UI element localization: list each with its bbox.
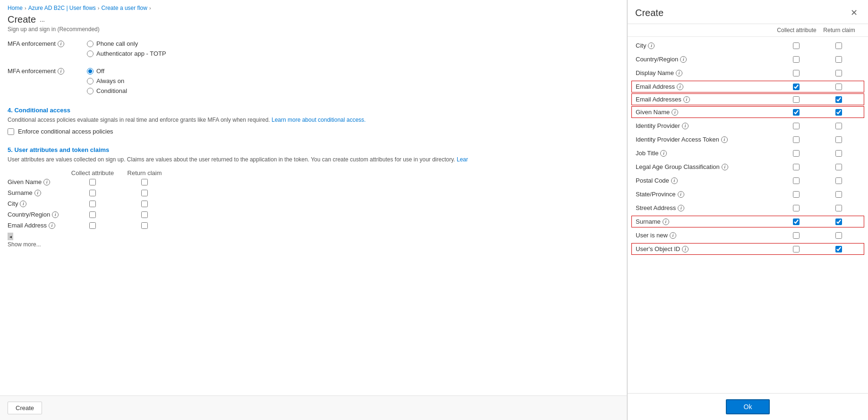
mfa-enforcement-info-icon[interactable]: i (58, 68, 64, 75)
radio-always-on: Always on (87, 77, 127, 84)
right-job-title-collect[interactable] (793, 150, 800, 157)
attr-email-label: Email Address i (8, 222, 64, 229)
right-identity-provider-info[interactable]: i (682, 123, 689, 129)
email-collect[interactable] (89, 222, 96, 229)
email-return[interactable] (141, 222, 148, 229)
mfa-info-icon[interactable]: i (58, 41, 64, 47)
conditional-access-link[interactable]: Learn more about conditional access. (272, 117, 366, 123)
right-state-collect[interactable] (793, 191, 800, 198)
radio-always-on-input[interactable] (87, 78, 94, 84)
attr-row-city: City i (8, 200, 619, 207)
bottom-bar: Create (0, 395, 627, 420)
right-legal-age-collect[interactable] (793, 164, 800, 170)
breadcrumb-create-user-flow[interactable]: Create a user flow (102, 5, 147, 11)
conditional-access-checkbox[interactable] (8, 128, 14, 135)
right-street-address-collect[interactable] (793, 205, 800, 211)
radio-conditional-input[interactable] (87, 88, 94, 94)
ok-button[interactable]: Ok (726, 399, 770, 414)
right-email-address-info[interactable]: i (677, 84, 683, 90)
right-city-collect[interactable] (793, 42, 800, 49)
radio-phone-call: Phone call only (87, 40, 166, 47)
right-postal-code-collect[interactable] (793, 177, 800, 184)
radio-authenticator: Authenticator app - TOTP (87, 50, 166, 57)
country-collect[interactable] (89, 211, 96, 218)
right-user-is-new-return[interactable] (835, 232, 842, 239)
radio-off-input[interactable] (87, 68, 94, 75)
right-idp-access-token-info[interactable]: i (721, 136, 728, 143)
right-user-object-id-info[interactable]: i (682, 246, 689, 252)
right-email-addresses-collect[interactable] (793, 96, 800, 103)
right-postal-code-return[interactable] (835, 177, 842, 184)
right-city-return[interactable] (835, 42, 842, 49)
country-return[interactable] (141, 211, 148, 218)
right-user-is-new-info[interactable]: i (670, 232, 676, 239)
right-surname-info[interactable]: i (663, 218, 669, 225)
right-display-name-label: Display Name i (636, 69, 775, 76)
right-legal-age-return[interactable] (835, 164, 842, 170)
breadcrumb-user-flows[interactable]: Azure AD B2C | User flows (28, 5, 96, 11)
right-display-name-return[interactable] (835, 70, 842, 76)
right-email-addresses-return[interactable] (835, 96, 842, 103)
conditional-access-checkbox-row: Enforce conditional access policies (8, 128, 619, 135)
attr-row-email: Email Address i (8, 222, 619, 229)
breadcrumb-home[interactable]: Home (8, 5, 23, 11)
right-row-city: City i (628, 39, 868, 52)
right-content: City i Country/Region i Display Name i (628, 37, 868, 393)
close-button[interactable]: ✕ (848, 7, 860, 19)
surname-collect[interactable] (89, 190, 96, 196)
attr-city-info[interactable]: i (20, 201, 26, 207)
right-user-object-id-collect[interactable] (793, 246, 800, 252)
right-surname-collect[interactable] (793, 218, 800, 225)
given-name-collect[interactable] (89, 179, 96, 185)
right-surname-return[interactable] (835, 218, 842, 225)
attr-country-info[interactable]: i (52, 211, 59, 218)
more-options-icon[interactable]: ... (40, 16, 45, 23)
city-return[interactable] (141, 201, 148, 207)
right-given-name-return[interactable] (835, 109, 842, 116)
attr-given-name-info[interactable]: i (43, 179, 50, 185)
right-identity-provider-return[interactable] (835, 123, 842, 129)
show-more-link[interactable]: Show more... (8, 241, 619, 248)
right-state-return[interactable] (835, 191, 842, 198)
radio-phone-call-input[interactable] (87, 41, 94, 47)
right-email-address-collect[interactable] (793, 84, 800, 90)
right-col-return-header: Return claim (818, 27, 860, 34)
right-country-info[interactable]: i (680, 56, 687, 63)
right-row-job-title: Job Title i (628, 146, 868, 160)
right-display-name-collect[interactable] (793, 70, 800, 76)
right-country-return[interactable] (835, 56, 842, 63)
right-identity-provider-collect[interactable] (793, 123, 800, 129)
right-given-name-collect[interactable] (793, 109, 800, 116)
attr-table-header: Collect attribute Return claim (64, 169, 619, 176)
right-given-name-info[interactable]: i (672, 109, 678, 116)
given-name-return[interactable] (141, 179, 148, 185)
attr-surname-info[interactable]: i (34, 190, 41, 196)
right-job-title-return[interactable] (835, 150, 842, 157)
attr-email-info[interactable]: i (49, 222, 55, 229)
surname-return[interactable] (141, 190, 148, 196)
right-columns-header: Collect attribute Return claim (628, 24, 868, 37)
right-street-address-return[interactable] (835, 205, 842, 211)
right-idp-access-token-collect[interactable] (793, 136, 800, 143)
right-idp-access-token-return[interactable] (835, 136, 842, 143)
radio-authenticator-input[interactable] (87, 50, 94, 57)
right-street-address-info[interactable]: i (678, 205, 684, 211)
city-collect[interactable] (89, 201, 96, 207)
right-legal-age-info[interactable]: i (722, 164, 728, 170)
col-return-header: Return claim (121, 169, 168, 176)
right-state-info[interactable]: i (678, 191, 684, 198)
scroll-left-icon[interactable]: ◂ (8, 233, 13, 240)
right-country-collect[interactable] (793, 56, 800, 63)
right-job-title-info[interactable]: i (660, 150, 667, 157)
right-city-info[interactable]: i (648, 42, 655, 49)
user-attributes-link[interactable]: Lear (457, 156, 468, 163)
create-button[interactable]: Create (8, 402, 42, 414)
right-user-object-id-return[interactable] (835, 246, 842, 252)
right-email-address-return[interactable] (835, 84, 842, 90)
right-row-country: Country/Region i (628, 52, 868, 66)
right-user-is-new-collect[interactable] (793, 232, 800, 239)
right-postal-code-info[interactable]: i (671, 177, 678, 184)
right-email-addresses-info[interactable]: i (683, 96, 690, 103)
right-display-name-info[interactable]: i (676, 70, 682, 76)
right-job-title-label: Job Title i (636, 150, 775, 157)
